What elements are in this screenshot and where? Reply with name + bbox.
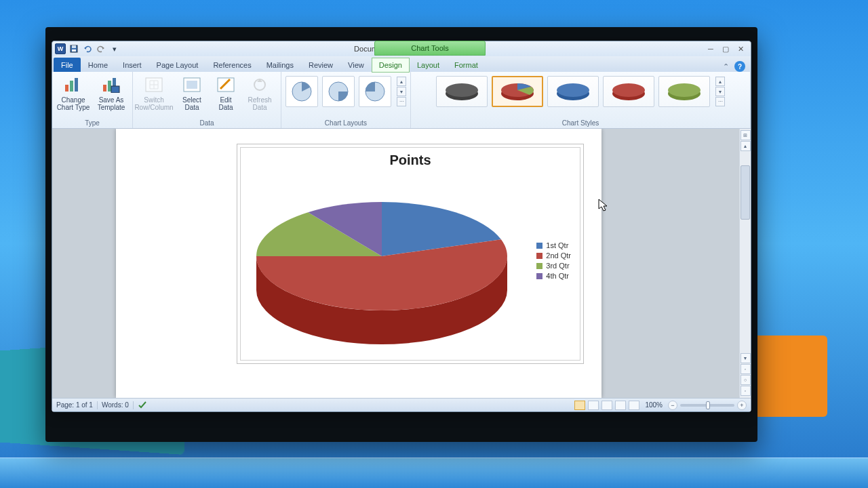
titlebar: W ▾ Document1 - Microsoft Word Chart Too… — [52, 41, 751, 56]
scroll-options-icon[interactable]: ⊞ — [741, 130, 751, 140]
chart-style-thumb[interactable] — [658, 76, 710, 107]
windows-taskbar[interactable] — [0, 458, 868, 488]
print-layout-view-button[interactable] — [574, 401, 585, 410]
svg-rect-12 — [186, 81, 197, 89]
group-data-label: Data — [199, 119, 214, 128]
maximize-button[interactable]: ▢ — [721, 44, 730, 54]
save-as-template-label: Save As Template — [98, 96, 125, 111]
legend-item[interactable]: 1st Qtr — [536, 241, 571, 249]
legend-label: 2nd Qtr — [546, 251, 571, 260]
prev-page-icon[interactable]: ◦ — [741, 364, 751, 374]
legend-label: 3rd Qtr — [546, 262, 569, 270]
chart-layout-thumb[interactable] — [285, 76, 318, 107]
chart-style-thumb[interactable] — [547, 76, 599, 107]
outline-view-button[interactable] — [615, 401, 626, 410]
proofing-icon[interactable] — [138, 400, 147, 411]
tab-review[interactable]: Review — [301, 58, 340, 72]
minimize-ribbon-button[interactable]: ⌃ — [721, 62, 730, 71]
tab-design[interactable]: Design — [372, 58, 410, 73]
page[interactable]: Points 1st Qtr2nd Qtr3rd Qtr4th Qtr — [116, 129, 601, 398]
tab-layout[interactable]: Layout — [410, 58, 447, 72]
fullscreen-reading-view-button[interactable] — [588, 401, 599, 410]
zoom-out-button[interactable]: − — [668, 401, 677, 410]
web-layout-view-button[interactable] — [601, 401, 612, 410]
tab-mailings[interactable]: Mailings — [259, 58, 301, 72]
change-chart-type-button[interactable]: Change Chart Type — [56, 73, 90, 111]
qat-dropdown-icon[interactable]: ▾ — [109, 43, 120, 54]
zoom-in-button[interactable]: + — [737, 401, 747, 410]
help-button[interactable]: ? — [734, 61, 745, 72]
zoom-level[interactable]: 100% — [645, 401, 663, 409]
svg-rect-1 — [72, 45, 76, 48]
tab-page-layout[interactable]: Page Layout — [149, 58, 206, 72]
zoom-slider-knob[interactable] — [706, 401, 710, 409]
legend-swatch — [536, 263, 542, 269]
legend-label: 4th Qtr — [546, 272, 569, 280]
chart-style-thumb[interactable] — [436, 76, 488, 107]
group-type: Change Chart Type Save As Template Type — [52, 72, 133, 128]
tab-home[interactable]: Home — [81, 58, 115, 72]
change-chart-type-label: Change Chart Type — [57, 96, 90, 111]
group-type-label: Type — [85, 119, 100, 128]
svg-point-23 — [557, 83, 589, 97]
draft-view-button[interactable] — [629, 401, 639, 410]
svg-rect-3 — [65, 85, 68, 92]
legend-item[interactable]: 2nd Qtr — [536, 251, 571, 260]
next-page-icon[interactable]: ◦ — [741, 386, 751, 396]
scrollbar-track[interactable] — [741, 150, 750, 364]
legend-item[interactable]: 4th Qtr — [536, 272, 571, 280]
quick-access-toolbar: W ▾ — [52, 43, 123, 54]
chart-layout-thumb[interactable] — [359, 76, 391, 107]
group-chart-layouts: ▲▼⋯ Chart Layouts — [281, 72, 411, 128]
scroll-down-icon[interactable]: ▼ — [741, 353, 751, 363]
chart-tools-tab-group: Chart Tools — [374, 41, 486, 56]
legend-item[interactable]: 3rd Qtr — [536, 262, 571, 270]
scrollbar-thumb[interactable] — [741, 165, 750, 220]
tab-references[interactable]: References — [205, 58, 258, 72]
svg-point-19 — [446, 83, 478, 97]
svg-rect-7 — [108, 81, 111, 92]
status-page[interactable]: Page: 1 of 1 — [56, 401, 93, 409]
chart-style-thumb[interactable] — [603, 76, 654, 107]
refresh-data-label: Refresh Data — [248, 96, 271, 111]
svg-point-27 — [668, 83, 701, 97]
chart-title[interactable]: Points — [237, 152, 583, 168]
chart-style-thumb[interactable] — [492, 76, 543, 107]
word-icon[interactable]: W — [55, 43, 66, 54]
status-words[interactable]: Words: 0 — [102, 401, 129, 409]
group-chart-styles: ▲▼⋯ Chart Styles — [411, 72, 751, 128]
close-button[interactable]: ✕ — [736, 44, 745, 54]
legend-label: 1st Qtr — [546, 241, 568, 249]
ribbon: Change Chart Type Save As Template Type … — [52, 72, 751, 129]
chart-plot-area[interactable] — [250, 178, 514, 351]
browse-object-icon[interactable]: ○ — [741, 375, 751, 385]
group-data: Switch Row/Column Select Data Edit Data … — [133, 72, 281, 128]
switch-row-column-button: Switch Row/Column — [137, 73, 171, 111]
tab-insert[interactable]: Insert — [115, 58, 149, 72]
chart-layout-thumb[interactable] — [322, 76, 355, 107]
tab-file[interactable]: File — [54, 58, 81, 72]
document-area: Points 1st Qtr2nd Qtr3rd Qtr4th Qtr ⊞ ▲ … — [52, 129, 751, 398]
chart-object[interactable]: Points 1st Qtr2nd Qtr3rd Qtr4th Qtr — [237, 144, 584, 364]
group-layouts-label: Chart Layouts — [325, 119, 367, 128]
undo-icon[interactable] — [82, 43, 93, 54]
status-bar: Page: 1 of 1 Words: 0 100% − + — [52, 398, 751, 411]
tab-format[interactable]: Format — [447, 58, 486, 72]
minimize-button[interactable]: ─ — [706, 44, 715, 54]
select-data-button[interactable]: Select Data — [175, 73, 209, 111]
chart-legend[interactable]: 1st Qtr2nd Qtr3rd Qtr4th Qtr — [536, 239, 571, 282]
monitor-frame: W ▾ Document1 - Microsoft Word Chart Too… — [45, 27, 757, 442]
edit-data-button[interactable]: Edit Data — [213, 73, 239, 111]
save-icon[interactable] — [68, 43, 79, 54]
switch-row-column-label: Switch Row/Column — [134, 96, 173, 111]
refresh-data-button: Refresh Data — [243, 73, 277, 111]
save-as-template-button[interactable]: Save As Template — [94, 73, 128, 111]
scroll-up-icon[interactable]: ▲ — [741, 141, 751, 151]
redo-icon[interactable] — [96, 43, 106, 54]
word-window: W ▾ Document1 - Microsoft Word Chart Too… — [52, 41, 751, 412]
tab-view[interactable]: View — [340, 58, 372, 72]
style-gallery-spinner[interactable]: ▲▼⋯ — [715, 77, 725, 106]
vertical-scrollbar[interactable]: ⊞ ▲ ▼ ◦ ○ ◦ — [739, 129, 751, 398]
layout-gallery-spinner[interactable]: ▲▼⋯ — [397, 77, 406, 106]
zoom-slider[interactable] — [680, 404, 734, 407]
